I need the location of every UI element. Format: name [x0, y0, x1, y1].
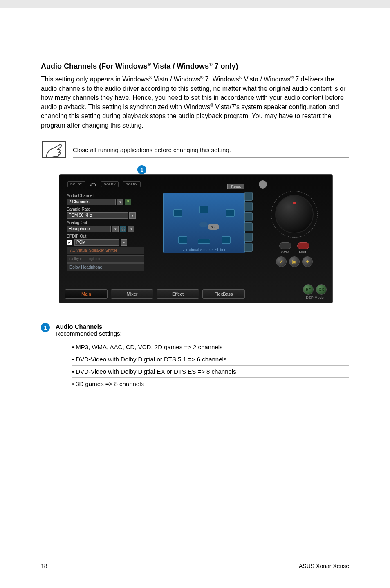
- mute-toggle[interactable]: [297, 242, 309, 249]
- dsp-mode-label: DSP Mode: [303, 296, 327, 300]
- speaker-fl-icon[interactable]: [173, 209, 182, 217]
- listener-icon[interactable]: [199, 222, 208, 227]
- speaker-bl-icon[interactable]: [178, 236, 187, 244]
- dsp-hf-button[interactable]: HF: [303, 284, 314, 295]
- explain-subtitle: Recommended settings:: [56, 330, 349, 337]
- help-button[interactable]: ?: [125, 199, 131, 205]
- explain-title: Audio Channels: [56, 323, 349, 330]
- virtual-speaker-row[interactable]: 7.1 Virtual Speaker Shifter: [67, 247, 144, 254]
- section-body: This setting only appears in Windows® Vi…: [41, 75, 349, 130]
- mute-label: Mute: [299, 250, 307, 254]
- dolby-prologic-row[interactable]: Dolby Pro Logic IIx: [67, 255, 144, 263]
- mode-btn-2[interactable]: ▣: [289, 256, 300, 267]
- speaker-fc-icon[interactable]: [199, 206, 208, 213]
- tab-main[interactable]: Main: [65, 289, 108, 299]
- spdif-checkbox[interactable]: ✔: [67, 240, 72, 245]
- tab-flexbass[interactable]: FlexBass: [202, 289, 245, 299]
- hp-icon[interactable]: 🎧: [120, 226, 126, 232]
- list-item: •MP3, WMA, AAC, CD, VCD, 2D games => 2 c…: [72, 341, 349, 353]
- svm-label: SVM: [281, 250, 289, 254]
- dolby-badge-2: DOLBY: [101, 181, 119, 187]
- audio-channel-select[interactable]: 2 Channels: [67, 199, 116, 205]
- sub-label[interactable]: Sub: [208, 224, 219, 230]
- app-screenshot: DOLBY DOLBY DOLBY Audio Channel 2 Channe…: [59, 174, 333, 303]
- analog-out-select[interactable]: Headphone: [67, 226, 111, 232]
- dropdown-icon[interactable]: ▾: [121, 239, 127, 246]
- note-hand-icon: [41, 140, 67, 159]
- explain-marker-1: 1: [41, 323, 50, 332]
- section-heading: Audio Channels (For Windows® Vista / Win…: [41, 61, 349, 71]
- mode-btn-1[interactable]: ✔: [276, 256, 287, 267]
- page-number: 18: [41, 563, 47, 569]
- list-item: •DVD-Video with Dolby Digtial EX or DTS …: [72, 365, 349, 377]
- tab-effect[interactable]: Effect: [157, 289, 199, 299]
- svm-toggle[interactable]: [279, 242, 291, 249]
- speaker-br-icon[interactable]: [222, 236, 231, 244]
- group-audio-channel: Audio Channel: [67, 193, 158, 198]
- config-icon[interactable]: ✕: [128, 226, 134, 232]
- note-text: Close all running applications before ch…: [73, 142, 349, 158]
- group-spdif-out: SPDIF Out: [67, 234, 158, 238]
- speaker-panel[interactable]: Sub 7.1 Virtual Speaker Shifter: [163, 193, 245, 253]
- collapse-down-icon[interactable]: [259, 180, 267, 189]
- dropdown-icon[interactable]: ▾: [117, 199, 123, 205]
- dsp-gx-button[interactable]: GX: [316, 284, 327, 295]
- dropdown-icon[interactable]: ▾: [129, 212, 136, 219]
- volume-knob[interactable]: [275, 195, 314, 233]
- speaker-bc-icon[interactable]: [198, 239, 210, 244]
- callout-1-marker: 1: [137, 165, 146, 174]
- list-item: •3D games => 8 channels: [72, 377, 349, 390]
- dropdown-icon[interactable]: ▾: [112, 226, 119, 232]
- dolby-badge-3: DOLBY: [123, 181, 141, 187]
- dolby-badge: DOLBY: [67, 181, 85, 187]
- dolby-headphone-row[interactable]: Dolby Headphone: [67, 263, 144, 271]
- speaker-fr-icon[interactable]: [226, 209, 235, 217]
- tab-mixer[interactable]: Mixer: [111, 289, 153, 299]
- speaker-panel-label: 7.1 Virtual Speaker Shifter: [164, 248, 244, 252]
- sample-rate-select[interactable]: PCM 96 KHz: [67, 212, 128, 219]
- svg-rect-1: [95, 185, 96, 186]
- svg-rect-0: [90, 185, 91, 186]
- group-sample-rate: Sample Rate: [67, 207, 158, 211]
- group-analog-out: Analog Out: [67, 220, 158, 225]
- list-item: •DVD-Video with Dolby Digtial or DTS 5.1…: [72, 353, 349, 365]
- headphones-icon: [90, 181, 97, 187]
- spdif-out-select[interactable]: PCM: [74, 239, 119, 246]
- mode-btn-3[interactable]: ✦: [302, 256, 313, 267]
- reset-button[interactable]: Reset: [227, 184, 244, 189]
- product-name: ASUS Xonar Xense: [299, 563, 349, 569]
